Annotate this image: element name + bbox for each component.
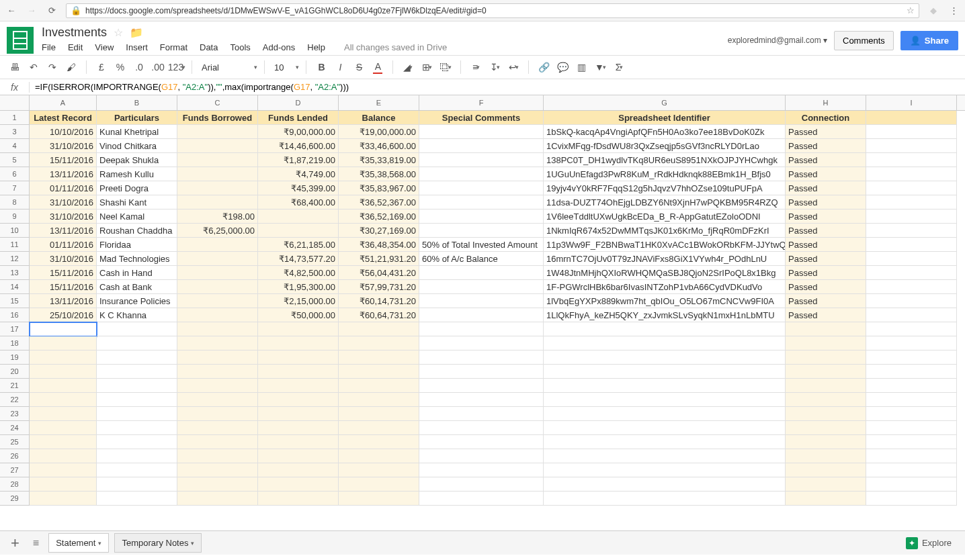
cell[interactable] xyxy=(97,322,177,336)
row-header[interactable]: 11 xyxy=(0,238,30,252)
row-header[interactable]: 26 xyxy=(0,449,30,463)
row-header[interactable]: 5 xyxy=(0,153,30,167)
cell[interactable] xyxy=(177,463,258,477)
cell[interactable] xyxy=(177,407,258,421)
menu-view[interactable]: View xyxy=(95,42,114,52)
comments-button[interactable]: Comments xyxy=(834,31,894,50)
cell[interactable] xyxy=(97,336,177,351)
fill-color-icon[interactable]: ◢ ▾ xyxy=(400,59,416,75)
cell[interactable]: Vinod Chitkara xyxy=(97,139,177,153)
cell[interactable] xyxy=(339,365,419,379)
row-header[interactable]: 7 xyxy=(0,181,30,195)
decimal-inc-icon[interactable]: .00 xyxy=(150,59,166,75)
cell[interactable]: K C Khanna xyxy=(97,308,177,322)
row-header[interactable]: 4 xyxy=(0,139,30,153)
cell[interactable] xyxy=(97,351,177,365)
row-header[interactable]: 13 xyxy=(0,266,30,280)
share-button[interactable]: 👤Share xyxy=(900,31,958,50)
cell[interactable] xyxy=(419,139,544,153)
cell[interactable]: ₹4,749.00 xyxy=(258,167,339,181)
cell[interactable] xyxy=(30,421,97,435)
cell[interactable] xyxy=(866,195,957,209)
cell[interactable] xyxy=(30,477,97,492)
cell[interactable]: ₹9,00,000.00 xyxy=(258,125,339,139)
row-header[interactable]: 6 xyxy=(0,167,30,181)
header-cell[interactable] xyxy=(866,111,957,125)
cell[interactable]: ₹30,27,169.00 xyxy=(339,224,419,238)
cell[interactable]: Cash in Hand xyxy=(97,266,177,280)
cell[interactable] xyxy=(339,322,419,336)
cell[interactable]: Passed xyxy=(786,252,866,266)
cell[interactable]: ₹1,95,300.00 xyxy=(258,280,339,294)
cell[interactable] xyxy=(30,449,97,463)
cell[interactable] xyxy=(866,167,957,181)
explore-button[interactable]: ✦ Explore xyxy=(899,534,958,552)
cell[interactable]: ₹51,21,931.20 xyxy=(339,252,419,266)
cell[interactable]: 1CvixMFqg-fDsdWU8r3QxZseqjp5sGVf3ncRLYD0… xyxy=(544,139,786,153)
cell[interactable] xyxy=(339,421,419,435)
cell[interactable] xyxy=(786,336,866,351)
reload-icon[interactable]: ⟳ xyxy=(46,5,58,17)
row-header[interactable]: 22 xyxy=(0,393,30,407)
url-bar[interactable]: 🔒 https://docs.google.com/spreadsheets/d… xyxy=(66,3,919,18)
col-header-h[interactable]: H xyxy=(786,95,866,110)
cell[interactable]: Deepak Shukla xyxy=(97,153,177,167)
cell[interactable] xyxy=(339,379,419,393)
cell[interactable] xyxy=(177,181,258,195)
star-doc-icon[interactable]: ☆ xyxy=(114,26,123,39)
cell[interactable] xyxy=(339,477,419,492)
cell[interactable]: 1W48JtnMHjhQXIoRWHQMQaSBJ8QjoN2SrIPoQL8x… xyxy=(544,266,786,280)
col-header-e[interactable]: E xyxy=(339,95,419,110)
cell[interactable] xyxy=(258,449,339,463)
cell[interactable] xyxy=(866,181,957,195)
cell[interactable] xyxy=(177,125,258,139)
sheet-tab-statement[interactable]: Statement ▾ xyxy=(48,533,109,553)
cell[interactable] xyxy=(786,492,866,506)
cell[interactable] xyxy=(786,435,866,449)
cell[interactable] xyxy=(866,280,957,294)
cell[interactable] xyxy=(866,477,957,492)
row-header[interactable]: 17 xyxy=(0,322,30,336)
menu-edit[interactable]: Edit xyxy=(68,42,83,52)
bold-icon[interactable]: B xyxy=(313,59,329,75)
cell[interactable] xyxy=(339,393,419,407)
cell[interactable] xyxy=(177,365,258,379)
cell[interactable] xyxy=(258,435,339,449)
cell[interactable]: 31/10/2016 xyxy=(30,252,97,266)
cell[interactable] xyxy=(544,492,786,506)
cell[interactable] xyxy=(30,463,97,477)
cell[interactable] xyxy=(866,421,957,435)
cell[interactable] xyxy=(30,322,97,336)
cell[interactable]: Kunal Khetripal xyxy=(97,125,177,139)
cell[interactable] xyxy=(258,379,339,393)
cell[interactable]: Passed xyxy=(786,238,866,252)
menu-data[interactable]: Data xyxy=(200,42,218,52)
cell[interactable]: 31/10/2016 xyxy=(30,139,97,153)
cell[interactable] xyxy=(177,393,258,407)
cell[interactable] xyxy=(177,336,258,351)
header-cell[interactable]: Connection xyxy=(786,111,866,125)
cell[interactable] xyxy=(866,435,957,449)
cell[interactable]: Passed xyxy=(786,280,866,294)
cell[interactable] xyxy=(866,238,957,252)
row-header[interactable]: 23 xyxy=(0,407,30,421)
row-header[interactable]: 18 xyxy=(0,336,30,351)
cell[interactable] xyxy=(866,492,957,506)
chart-icon[interactable]: ▥ xyxy=(573,59,589,75)
cell[interactable]: Passed xyxy=(786,153,866,167)
cell[interactable]: ₹6,21,185.00 xyxy=(258,238,339,252)
row-header[interactable]: 9 xyxy=(0,209,30,224)
cell[interactable] xyxy=(419,449,544,463)
cell[interactable] xyxy=(544,463,786,477)
cell[interactable] xyxy=(258,492,339,506)
select-all-corner[interactable] xyxy=(0,95,30,110)
cell[interactable] xyxy=(97,449,177,463)
cell[interactable] xyxy=(258,393,339,407)
cell[interactable]: 1LlQkFhyA_keZH5QKY_zxJvmkSLvSyqkN1mxH1nL… xyxy=(544,308,786,322)
cell[interactable]: 60% of A/c Balance xyxy=(419,252,544,266)
cell[interactable]: 15/11/2016 xyxy=(30,153,97,167)
cell[interactable]: ₹35,83,967.00 xyxy=(339,181,419,195)
cell[interactable]: 13/11/2016 xyxy=(30,294,97,308)
cell[interactable] xyxy=(544,379,786,393)
cell[interactable] xyxy=(866,365,957,379)
